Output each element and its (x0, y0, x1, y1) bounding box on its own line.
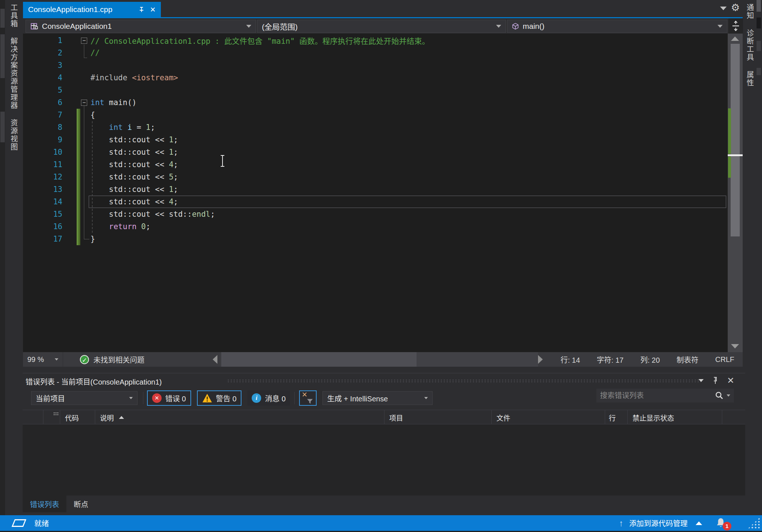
left-tool-sidebar: 工具箱解决方案资源管理器资源视图 (5, 0, 23, 515)
editor-vertical-scrollbar[interactable] (728, 34, 743, 352)
search-input[interactable] (600, 392, 712, 400)
chevron-down-icon (496, 25, 501, 28)
code-line[interactable]: 3 (23, 59, 728, 72)
line-number: 14 (23, 197, 62, 206)
document-tab[interactable]: ConsoleApplication1.cpp ✕ (23, 2, 161, 17)
status-char[interactable]: 字符: 17 (597, 354, 623, 365)
gear-icon[interactable]: ⚙ (731, 3, 740, 13)
error-icon: ✕ (152, 393, 162, 403)
pin-icon[interactable] (712, 376, 719, 385)
window-position-chevron-icon[interactable] (699, 379, 704, 382)
code-line[interactable]: 8 int i = 1; (23, 121, 728, 134)
scroll-left-icon[interactable] (213, 355, 217, 364)
code-line[interactable]: 10 std::cout << 1; (23, 146, 728, 158)
status-eol[interactable]: CRLF (715, 355, 734, 364)
code-line[interactable]: 15 std::cout << std::endl; (23, 208, 728, 220)
sidebar-tab[interactable]: 资源视图 (9, 119, 19, 151)
health-check-icon: ✓ (80, 355, 89, 364)
code-line[interactable]: 2// (23, 47, 728, 59)
notification-badge: 1 (723, 522, 731, 531)
close-icon[interactable]: ✕ (727, 375, 734, 386)
status-bar: 就绪 ↑ 添加到源代码管理 1 (0, 515, 762, 531)
info-icon: i (252, 393, 261, 403)
document-health-indicator[interactable]: ✓ 未找到相关问题 (80, 354, 144, 365)
column-header-file[interactable]: 文件 (491, 410, 605, 425)
collapse-icon[interactable]: − (81, 100, 87, 106)
column-header-icon[interactable] (43, 410, 60, 425)
code-text: std::cout << std::endl; (90, 210, 215, 219)
tab-breakpoints[interactable]: 断点 (66, 496, 96, 512)
scrollbar-thumb[interactable] (731, 44, 740, 236)
chevron-up-icon[interactable] (696, 521, 702, 525)
column-header-suppression[interactable]: 禁止显示状态 (627, 410, 722, 425)
source-control-button[interactable]: 添加到源代码管理 (629, 518, 688, 528)
code-line[interactable]: 11 std::cout << 4; (23, 158, 728, 171)
code-text: std::cout << 1; (90, 148, 178, 157)
scroll-up-icon[interactable] (731, 36, 739, 41)
collapse-icon[interactable]: − (81, 38, 87, 44)
project-dropdown-value: ConsoleApplication1 (42, 22, 243, 31)
scroll-down-icon[interactable] (731, 344, 739, 348)
warnings-toggle-button[interactable]: 警告 0 (197, 390, 242, 406)
sidebar-tab[interactable]: 解决方案资源管理器 (9, 37, 19, 109)
warnings-label: 警告 0 (216, 393, 237, 404)
sidebar-tab[interactable]: 属性 (745, 71, 755, 87)
editor-horizontal-scrollbar[interactable] (221, 352, 538, 367)
notifications-button[interactable]: 1 (715, 517, 729, 530)
project-dropdown[interactable]: ConsoleApplication1 (26, 20, 256, 33)
search-box[interactable] (596, 389, 734, 402)
change-mark (728, 157, 731, 178)
column-header-description[interactable]: 说明 (95, 410, 384, 425)
close-icon[interactable]: ✕ (150, 6, 156, 13)
code-line[interactable]: 13 std::cout << 1; (23, 183, 728, 196)
split-editor-handle[interactable] (728, 18, 743, 34)
code-text: // (90, 49, 100, 57)
chevron-down-icon[interactable] (727, 394, 730, 397)
column-header-project[interactable]: 项目 (384, 410, 491, 425)
code-line[interactable]: 9 std::cout << 1; (23, 134, 728, 146)
scroll-right-icon[interactable] (538, 355, 543, 364)
background-task-icon[interactable] (12, 519, 26, 527)
method-cube-icon (512, 23, 519, 30)
scrollbar-thumb[interactable] (221, 352, 417, 367)
search-icon[interactable] (715, 391, 724, 400)
code-text: std::cout << 1; (90, 135, 178, 144)
filter-button[interactable]: ✕ (299, 390, 317, 406)
status-line[interactable]: 行: 14 (561, 354, 580, 365)
sidebar-tab[interactable]: 工具箱 (9, 4, 19, 28)
window-edge-block (757, 0, 761, 12)
code-editor[interactable]: 1−// ConsoleApplication1.cpp : 此文件包含 "ma… (23, 34, 743, 352)
code-text: { (90, 111, 95, 119)
source-filter-dropdown[interactable]: 生成 + IntelliSense (322, 391, 433, 405)
status-col[interactable]: 列: 20 (640, 354, 660, 365)
scope-dropdown[interactable]: (全局范围) (257, 20, 506, 33)
sidebar-tab[interactable]: 诊断工具 (745, 29, 755, 61)
zoom-dropdown[interactable]: 99 % (23, 352, 63, 367)
errors-toggle-button[interactable]: ✕ 错误 0 (147, 390, 191, 406)
code-line[interactable]: 7{ (23, 109, 728, 121)
code-line[interactable]: 12 std::cout << 5; (23, 171, 728, 183)
pin-icon[interactable] (138, 6, 145, 13)
scope-filter-dropdown[interactable]: 当前项目 (31, 391, 138, 405)
error-list-panel: 错误列表 - 当前项目(ConsoleApplication1) ✕ 当前项目 … (23, 373, 745, 515)
line-number: 9 (23, 135, 62, 144)
resize-grip[interactable] (747, 517, 760, 529)
code-line[interactable]: 6−int main() (23, 96, 728, 109)
column-header-code[interactable]: 代码 (60, 410, 95, 425)
code-line[interactable]: 4#include <iostream> (23, 72, 728, 84)
column-header-line[interactable]: 行 (605, 410, 627, 425)
code-line[interactable]: 17} (23, 233, 728, 245)
error-table-body[interactable] (23, 424, 745, 496)
panel-drag-grip[interactable] (227, 379, 701, 382)
code-line[interactable]: 16 return 0; (23, 220, 728, 233)
messages-toggle-button[interactable]: i 消息 0 (247, 390, 290, 406)
tab-error-list[interactable]: 错误列表 (23, 496, 66, 512)
status-tabs[interactable]: 制表符 (677, 354, 699, 365)
change-mark (728, 108, 731, 154)
line-number: 15 (23, 210, 62, 219)
code-line[interactable]: 5 (23, 84, 728, 96)
tab-overflow-chevron-icon[interactable] (720, 7, 727, 10)
member-dropdown[interactable]: main() (507, 20, 727, 33)
code-line[interactable]: 1−// ConsoleApplication1.cpp : 此文件包含 "ma… (23, 34, 728, 47)
sidebar-tab[interactable]: 通知 (745, 4, 755, 20)
